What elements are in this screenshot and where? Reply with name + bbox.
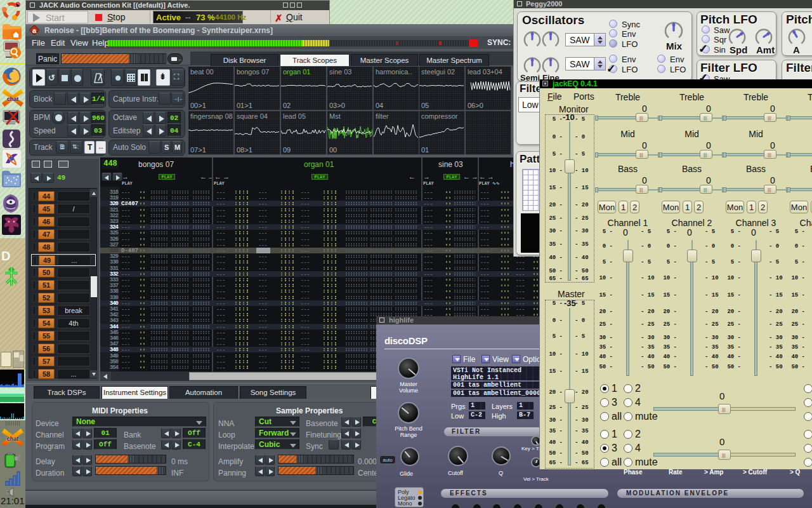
svg-text:a: a bbox=[32, 27, 37, 34]
svg-text:chat: chat bbox=[7, 436, 19, 442]
svg-text:H: H bbox=[7, 490, 10, 494]
svg-text:chat: chat bbox=[7, 96, 19, 102]
